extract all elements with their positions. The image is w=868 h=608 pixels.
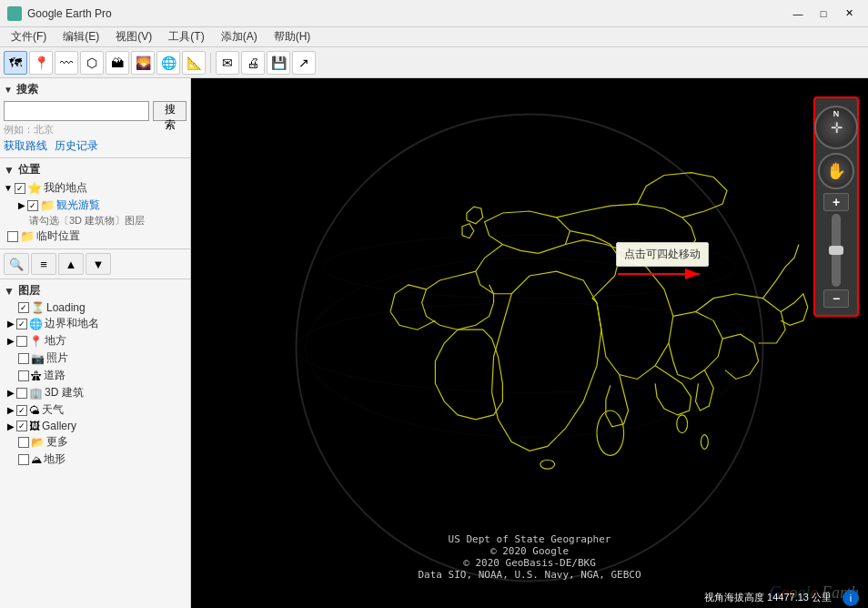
layer-checkbox[interactable]: [18, 454, 29, 465]
layer-item[interactable]: ▶🌐边界和地名: [4, 315, 187, 332]
menu-file[interactable]: 文件(F): [4, 27, 54, 46]
my-places-item[interactable]: ▼ ⭐ 我的地点: [4, 179, 187, 197]
layer-checkbox[interactable]: [18, 437, 29, 448]
layer-icon: 🏢: [29, 387, 43, 400]
toolbar-measure-btn[interactable]: 📐: [182, 51, 206, 75]
menu-help[interactable]: 帮助(H): [267, 27, 318, 46]
search-button[interactable]: 搜索: [153, 101, 187, 121]
app-title: Google Earth Pro: [27, 7, 112, 20]
temp-checkbox[interactable]: [7, 231, 18, 242]
layer-item[interactable]: 📷照片: [4, 350, 187, 367]
my-places-icon: ⭐: [27, 181, 42, 195]
left-panel: ▼ 搜索 搜索 例如：北京 获取路线 历史记录 ▼ 位置 ▼ ⭐: [0, 78, 191, 608]
layer-checkbox[interactable]: [16, 336, 27, 347]
hand-control[interactable]: ✋: [818, 153, 854, 189]
toolbar-map-btn[interactable]: 🗺: [4, 51, 27, 75]
position-header[interactable]: ▼ 位置: [4, 162, 187, 177]
status-icon[interactable]: i: [843, 590, 859, 606]
layer-checkbox[interactable]: [18, 370, 29, 381]
tourism-label[interactable]: 観光游覧: [56, 198, 100, 213]
hand-icon: ✋: [826, 161, 846, 181]
minimize-button[interactable]: —: [786, 5, 810, 23]
layer-item[interactable]: ▶📍地方: [4, 332, 187, 350]
layer-icon: 📍: [29, 335, 43, 348]
toolbar-share-btn[interactable]: ↗: [292, 51, 316, 75]
app-icon: [7, 6, 22, 21]
layer-label: 道路: [44, 368, 66, 383]
layer-checkbox[interactable]: [16, 319, 27, 329]
layer-label: Loading: [46, 301, 86, 314]
history-link[interactable]: 历史记录: [55, 138, 98, 154]
layer-icon: 🛣: [31, 370, 42, 382]
position-label: 位置: [18, 162, 40, 177]
layers-header[interactable]: ▼ 图层: [4, 283, 187, 299]
search-section: ▼ 搜索 搜索 例如：北京 获取路线 历史记录: [0, 78, 190, 158]
maximize-button[interactable]: □: [812, 5, 835, 23]
menu-add[interactable]: 添加(A): [214, 27, 265, 46]
map-area[interactable]: 点击可四处移动 N ✛ ✋ + − US Dept of S: [191, 78, 868, 608]
tourism-checkbox[interactable]: [27, 200, 38, 211]
search-label: 搜索: [16, 82, 38, 97]
close-button[interactable]: ✕: [837, 5, 861, 23]
layer-label: 更多: [46, 434, 68, 450]
toolbar-email-btn[interactable]: ✉: [216, 51, 239, 75]
up-nav-btn[interactable]: ▲: [58, 253, 84, 275]
layer-checkbox[interactable]: [16, 388, 27, 399]
zoom-slider[interactable]: [832, 214, 841, 287]
layer-item[interactable]: ▶🌤天气: [4, 401, 187, 419]
toolbar-tour-btn[interactable]: 🌐: [156, 51, 180, 75]
compass-ring[interactable]: N ✛: [814, 106, 858, 149]
zoom-control: + −: [820, 193, 853, 308]
layer-item[interactable]: ⛰地形: [4, 451, 187, 468]
zoom-thumb[interactable]: [829, 246, 843, 255]
toolbar-print-btn[interactable]: 🖨: [241, 51, 265, 75]
tourism-expand: ▶: [18, 200, 25, 210]
layer-icon: ⛰: [31, 453, 42, 466]
toolbar-save-btn[interactable]: 💾: [267, 51, 290, 75]
compass-arrows-icon: ✛: [831, 119, 843, 137]
tooltip-text: 点击可四处移动: [624, 248, 701, 260]
toolbar-placemark-btn[interactable]: 📍: [29, 51, 53, 75]
toolbar-record-btn[interactable]: 🌄: [131, 51, 155, 75]
my-places-label: 我的地点: [44, 180, 87, 196]
menu-view[interactable]: 视图(V): [108, 27, 159, 46]
layer-label: 地方: [45, 333, 66, 349]
status-bar: 视角海拔高度 14477.13 公里 i: [191, 586, 868, 608]
my-places-checkbox[interactable]: [15, 183, 25, 194]
layer-item[interactable]: 📂更多: [4, 433, 187, 451]
list-nav-btn[interactable]: ≡: [31, 253, 56, 275]
toolbar-polygon-btn[interactable]: ⬡: [80, 51, 104, 75]
zoom-out-button[interactable]: −: [823, 289, 849, 308]
layer-item[interactable]: ▶🏢3D 建筑: [4, 384, 187, 401]
toolbar-overlay-btn[interactable]: 🏔: [106, 51, 129, 75]
menu-tools[interactable]: 工具(T): [161, 27, 211, 46]
layer-checkbox[interactable]: [18, 302, 29, 313]
layer-item[interactable]: 🛣道路: [4, 367, 187, 384]
layer-checkbox[interactable]: [16, 421, 27, 431]
temp-label: 临时位置: [36, 228, 80, 244]
layer-checkbox[interactable]: [16, 405, 27, 416]
search-header[interactable]: ▼ 搜索: [4, 82, 187, 97]
layer-item[interactable]: ⏳Loading: [4, 300, 187, 315]
search-nav-btn[interactable]: 🔍: [4, 253, 29, 275]
layer-label: 照片: [46, 350, 68, 366]
search-hint: 例如：北京: [4, 123, 187, 137]
globe-container: [191, 78, 868, 608]
down-nav-btn[interactable]: ▼: [86, 253, 111, 275]
tourism-sub-label: 请勾选〔3D 建筑物〕图层: [4, 214, 187, 228]
zoom-in-button[interactable]: +: [823, 193, 849, 211]
my-places-expand: ▼: [4, 183, 13, 193]
layers-section: ▼ 图层 ⏳Loading▶🌐边界和地名▶📍地方📷照片🛣道路▶🏢3D 建筑▶🌤天…: [0, 279, 190, 608]
layer-checkbox[interactable]: [18, 353, 29, 364]
layer-icon: 🌐: [29, 318, 43, 330]
toolbar-path-btn[interactable]: 〰: [55, 51, 78, 75]
temp-position-item[interactable]: 📁 临时位置: [4, 228, 187, 245]
get-directions-link[interactable]: 获取路线: [4, 138, 47, 154]
layer-icon: ⏳: [31, 301, 45, 314]
nav-buttons-bar: 🔍 ≡ ▲ ▼: [0, 249, 190, 279]
layer-item[interactable]: ▶🖼Gallery: [4, 419, 187, 433]
tourism-item[interactable]: ▶ 📁 観光游覧: [4, 197, 187, 214]
menu-edit[interactable]: 编辑(E): [56, 27, 106, 46]
titlebar: Google Earth Pro — □ ✕: [0, 0, 868, 27]
search-input[interactable]: [4, 101, 149, 121]
